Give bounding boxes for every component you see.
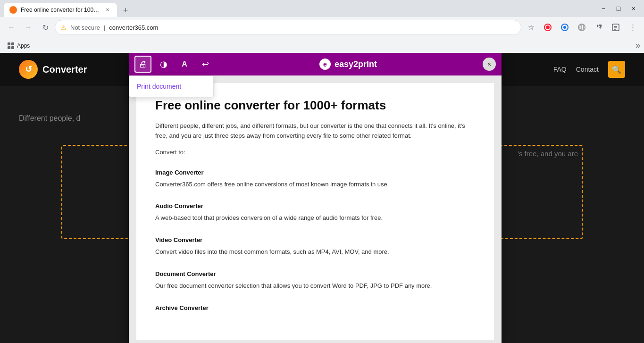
easy2print-logo: e easy2print — [319, 59, 377, 70]
feed-icon[interactable] — [608, 20, 623, 35]
maximize-button[interactable]: □ — [612, 2, 625, 15]
undo-tool-button[interactable]: ↩ — [197, 56, 214, 73]
url-text: converter365.com — [109, 24, 515, 31]
print-document-item[interactable]: Print document — [129, 78, 213, 95]
content-area: ↺ Converter FAQ Contact 🔍 Different peop… — [0, 53, 644, 343]
address-bar[interactable]: ⚠ Not secure | converter365.com — [55, 20, 521, 35]
search-button[interactable]: 🔍 — [608, 61, 625, 78]
nav-bar: ← → ↻ ⚠ Not secure | converter365.com ☆ — [0, 17, 644, 38]
logo-text: easy2print — [335, 59, 377, 69]
close-button[interactable]: × — [627, 2, 640, 15]
site-nav: FAQ Contact 🔍 — [553, 61, 625, 78]
more-menu-button[interactable]: ⋮ — [625, 20, 640, 35]
window-controls: − □ × — [597, 2, 640, 15]
title-bar: Free online converter for 1000+ f... × +… — [0, 0, 644, 17]
print-dropdown-menu: Print document — [129, 75, 214, 97]
svg-rect-7 — [612, 24, 619, 31]
document-intro: Different people, different jobs, and di… — [155, 121, 475, 141]
document-converter-text: Our free document converter selection th… — [155, 281, 475, 291]
archive-converter-title: Archive Converter — [155, 304, 475, 311]
easy2print-document: Free online converter for 1000+ formats … — [129, 75, 502, 343]
tab-close-button[interactable]: × — [104, 6, 111, 14]
audio-converter-section: Audio Converter A web-based tool that pr… — [155, 202, 475, 223]
document-converter-title: Document Converter — [155, 270, 475, 277]
opera-icon[interactable] — [540, 20, 555, 35]
new-tab-button[interactable]: + — [119, 4, 132, 17]
security-text: Not secure — [70, 24, 100, 31]
easy2print-toolbar: 🖨 ◑ A ↩ e easy2print × — [129, 53, 502, 75]
archive-converter-section: Archive Converter — [155, 304, 475, 311]
dashed-box-right — [488, 145, 583, 239]
vpn-icon[interactable] — [574, 20, 589, 35]
svg-point-3 — [563, 26, 566, 29]
tab-title: Free online converter for 1000+ f... — [21, 7, 100, 13]
bookmark-button[interactable]: ☆ — [523, 20, 538, 35]
tab-favicon — [9, 6, 17, 14]
easy2print-close-button[interactable]: × — [483, 58, 496, 71]
audio-converter-title: Audio Converter — [155, 202, 475, 209]
document-convert-to: Convert to: — [155, 149, 475, 156]
contrast-tool-button[interactable]: ◑ — [155, 56, 172, 73]
document-title: Free online converter for 1000+ formats — [155, 98, 475, 113]
site-logo: ↺ Converter — [19, 60, 87, 79]
video-converter-section: Video Converter Convert video files into… — [155, 236, 475, 257]
image-converter-text: Converter365.com offers free online conv… — [155, 180, 475, 190]
site-name: Converter — [42, 64, 87, 75]
bookmarks-bar: Apps » — [0, 38, 644, 53]
security-icon: ⚠ — [61, 24, 67, 31]
refresh-button[interactable]: ↻ — [38, 20, 53, 35]
nav-contact[interactable]: Contact — [576, 66, 599, 73]
apps-button[interactable]: Apps — [4, 41, 33, 51]
extensions-icon[interactable] — [591, 20, 606, 35]
apps-label: Apps — [17, 42, 30, 49]
logo-circle: ↺ — [19, 60, 38, 79]
text-tool-button[interactable]: A — [176, 56, 193, 73]
back-button[interactable]: ← — [4, 20, 19, 35]
chrome-icon[interactable] — [557, 20, 572, 35]
tab-area: Free online converter for 1000+ f... × + — [4, 0, 597, 17]
image-converter-title: Image Converter — [155, 169, 475, 176]
active-tab[interactable]: Free online converter for 1000+ f... × — [4, 3, 117, 17]
document-page: Free online converter for 1000+ formats … — [136, 83, 494, 340]
bookmarks-chevron[interactable]: » — [636, 41, 640, 50]
minimize-button[interactable]: − — [597, 2, 610, 15]
video-converter-title: Video Converter — [155, 236, 475, 243]
nav-icons-right: ☆ ⋮ — [523, 20, 640, 35]
browser-frame: Free online converter for 1000+ f... × +… — [0, 0, 644, 343]
print-tool-button[interactable]: 🖨 — [134, 56, 151, 73]
logo-icon: e — [319, 59, 331, 70]
hero-left-text: Different people, d — [19, 114, 80, 122]
hero-right-text: 's free, and you are — [518, 150, 578, 158]
image-converter-section: Image Converter Converter365.com offers … — [155, 169, 475, 190]
apps-grid-icon — [8, 42, 14, 49]
video-converter-text: Convert video files into the most common… — [155, 247, 475, 257]
document-converter-section: Document Converter Our free document con… — [155, 270, 475, 291]
forward-button[interactable]: → — [21, 20, 36, 35]
audio-converter-text: A web-based tool that provides conversio… — [155, 213, 475, 223]
nav-faq[interactable]: FAQ — [553, 66, 567, 73]
